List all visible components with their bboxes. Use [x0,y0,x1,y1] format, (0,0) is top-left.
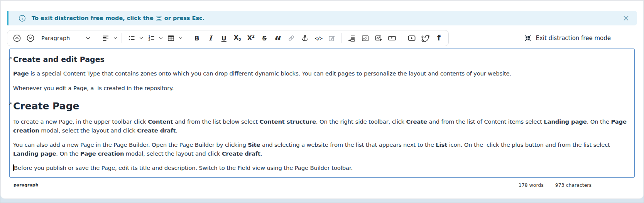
notification-text: To exit distraction free mode, click the… [32,15,205,21]
collapse-icon [524,35,531,42]
collapse-icon [156,15,162,22]
link-button[interactable] [285,32,298,44]
arrow-up-circle-icon [13,34,21,42]
chevron-down-icon [86,37,90,40]
embed-facebook-button[interactable]: f [432,32,445,44]
bulleted-list-dropdown-chevron[interactable] [138,32,144,44]
paragraph: You can also add a new Page in the Page … [13,141,631,158]
anchor-button[interactable] [298,32,311,44]
strikethrough-button[interactable]: S [258,32,271,44]
editor-status-bar: paragraph 178 words 973 characters [1,178,643,188]
bulleted-list-icon [128,34,135,42]
code-button[interactable]: </> [312,32,325,44]
heading-text: Create Page [13,101,79,112]
numbered-list-dropdown-chevron[interactable] [158,32,164,44]
word-character-counts: 178 words 973 characters [519,182,592,188]
bulleted-list-button[interactable] [125,32,138,44]
field-icon [388,34,396,42]
code-icon: </> [314,35,322,41]
heading-text: Create and edit Pages [13,55,105,64]
insert-image-button[interactable] [358,32,372,44]
editor-panel: To exit distraction free mode, click the… [1,1,643,198]
exit-distraction-free-label: Exit distraction free mode [536,35,611,42]
numbered-list-icon: 12 [147,34,155,42]
align-dropdown-chevron[interactable] [112,32,118,44]
superscript-icon: X2 [247,34,255,42]
notification-text-before: To exit distraction free mode, click the [32,15,154,21]
toolbar-separator [187,33,187,43]
heading-create-and-edit-pages: Create and edit Pages [13,55,631,64]
embed-youtube-button[interactable] [405,32,418,44]
paragraph-style-label: Paragraph [41,35,70,41]
heading-create-page: Create Page [13,101,631,112]
arrow-down-circle-icon [26,34,35,42]
quote-icon: “ [274,39,282,43]
facebook-icon: f [437,33,441,42]
word-count: 178 words [519,182,544,188]
paragraph: Page is a special Content Type that cont… [13,69,631,78]
table-icon [167,34,175,42]
edit-source-button[interactable] [325,32,338,44]
rich-text-editing-area[interactable]: Create and edit Pages Page is a special … [9,49,635,178]
insert-table-button[interactable] [164,32,177,44]
insert-field-button[interactable] [385,32,399,44]
twitter-icon [421,34,430,43]
embed-twitter-button[interactable] [419,32,432,44]
close-icon: × [622,13,629,23]
editor-toolbar: Paragraph [7,30,449,46]
strikethrough-icon: S [262,35,267,42]
toolbar-separator [122,33,122,43]
image-upload-icon [375,34,383,42]
numbered-list-button[interactable]: 12 [145,32,158,44]
heading-widget-marker-icon [8,57,12,60]
subscript-button[interactable]: X2 [231,32,244,44]
exit-distraction-free-button[interactable]: Exit distraction free mode [524,35,611,42]
insert-block-button[interactable] [345,32,358,44]
bold-button[interactable]: B [190,32,203,44]
italic-icon: I [209,34,212,42]
youtube-icon [407,34,416,42]
info-icon [19,15,26,22]
heading-widget-marker-icon [8,102,12,106]
distraction-free-notification: To exit distraction free mode, click the… [7,11,637,25]
toolbar-row: Paragraph [7,30,637,46]
toolbar-separator [341,33,342,43]
notification-text-after: or press Esc. [164,15,205,21]
insert-block-icon [348,34,356,42]
toolbar-separator [402,33,402,43]
align-left-button[interactable] [99,32,112,44]
block-quote-button[interactable]: “ [271,32,284,44]
app-frame: To exit distraction free mode, click the… [0,0,644,203]
paragraph: To create a new Page, in the upper toolb… [13,117,631,135]
notification-close-button[interactable]: × [622,14,629,22]
subscript-icon: X2 [234,34,241,42]
bold-icon: B [194,35,199,42]
paragraph: Whenever you edit a Page, a is created i… [13,84,631,93]
anchor-icon [301,34,309,42]
image-icon [361,34,369,42]
upload-image-button[interactable] [372,32,385,44]
table-dropdown-chevron[interactable] [177,32,184,44]
character-count: 973 characters [555,182,592,188]
current-block-type: paragraph [14,183,39,188]
paragraph: Before you publish or save the Page, edi… [13,164,631,173]
move-down-button[interactable] [24,32,37,44]
underline-button[interactable]: U [217,32,230,44]
move-up-button[interactable] [10,32,24,44]
svg-text:2: 2 [149,38,150,42]
align-left-icon [102,34,110,42]
superscript-button[interactable]: X2 [244,32,257,44]
underline-icon: U [221,35,226,42]
link-icon [287,34,295,42]
italic-button[interactable]: I [204,32,217,44]
toolbar-separator [96,33,96,43]
paragraph-style-dropdown[interactable]: Paragraph [37,32,93,44]
edit-box-icon [328,34,336,42]
